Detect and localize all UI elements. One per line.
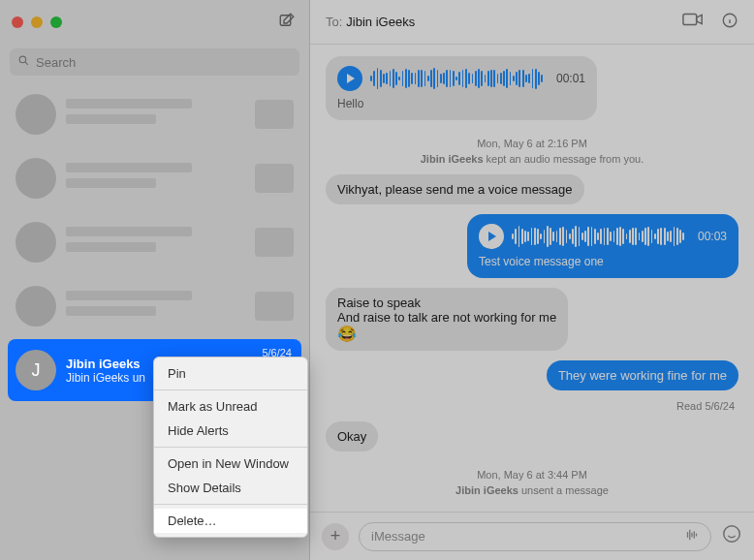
audio-message-incoming[interactable]: 00:01 Hello <box>326 56 597 120</box>
emoji-laugh: 😂 <box>337 326 357 342</box>
compose-icon[interactable] <box>278 12 296 33</box>
emoji-picker-icon[interactable] <box>721 523 742 549</box>
menu-item-delete[interactable]: Delete… <box>154 509 307 533</box>
status-line: Jibin iGeeks kept an audio message from … <box>326 153 738 165</box>
svg-rect-2 <box>683 15 697 25</box>
menu-item-mark-unread[interactable]: Mark as Unread <box>154 394 307 419</box>
message-composer: + iMessage <box>310 512 754 560</box>
play-icon[interactable] <box>479 224 504 249</box>
waveform <box>512 226 684 247</box>
audio-label: Hello <box>337 97 585 110</box>
message-thread[interactable]: 00:01 Hello Mon, May 6 at 2:16 PM Jibin … <box>310 45 754 512</box>
context-menu: Pin Mark as Unread Hide Alerts Open in N… <box>153 357 308 538</box>
to-label: To: <box>326 15 342 29</box>
info-icon[interactable] <box>721 12 738 32</box>
waveform <box>370 68 543 89</box>
list-item[interactable] <box>8 147 301 209</box>
play-icon[interactable] <box>337 66 362 91</box>
svg-point-1 <box>19 56 26 62</box>
svg-point-4 <box>724 526 740 543</box>
recipient-name: Jibin iGeeks <box>346 15 415 29</box>
message-input[interactable]: iMessage <box>359 522 711 551</box>
list-item[interactable] <box>8 275 301 337</box>
message-outgoing[interactable]: They were working fine for me <box>547 360 738 390</box>
voice-record-icon[interactable] <box>683 528 701 544</box>
conversation-header: To: Jibin iGeeks <box>310 0 754 45</box>
window-close-button[interactable] <box>12 16 23 28</box>
audio-duration: 00:03 <box>698 230 727 243</box>
audio-label: Test voice message one <box>479 255 727 268</box>
read-receipt: Read 5/6/24 <box>326 400 735 412</box>
input-placeholder: iMessage <box>371 529 425 544</box>
status-line: Jibin iGeeks unsent a message <box>326 484 738 496</box>
message-incoming[interactable]: Okay <box>326 421 378 451</box>
menu-item-show-details[interactable]: Show Details <box>154 476 307 500</box>
audio-message-outgoing[interactable]: 00:03 Test voice message one <box>467 214 738 278</box>
message-incoming[interactable]: Vikhyat, please send me a voice message <box>326 174 584 204</box>
menu-item-hide-alerts[interactable]: Hide Alerts <box>154 419 307 443</box>
facetime-icon[interactable] <box>682 12 704 32</box>
menu-item-pin[interactable]: Pin <box>154 361 307 386</box>
search-placeholder: Search <box>36 55 76 70</box>
message-incoming[interactable]: Raise to speak And raise to talk are not… <box>326 288 568 351</box>
window-zoom-button[interactable] <box>50 16 62 28</box>
search-icon <box>17 54 30 70</box>
conversation-main: To: Jibin iGeeks 00:01 He <box>310 0 754 560</box>
audio-duration: 00:01 <box>556 72 585 85</box>
list-item[interactable] <box>8 83 301 145</box>
menu-item-open-new-window[interactable]: Open in New Window <box>154 451 307 476</box>
window-titlebar <box>0 0 309 45</box>
list-item[interactable] <box>8 211 301 273</box>
search-input[interactable]: Search <box>10 48 299 76</box>
timestamp: Mon, May 6 at 2:16 PM <box>326 138 738 149</box>
timestamp: Mon, May 6 at 3:44 PM <box>326 469 738 481</box>
window-minimize-button[interactable] <box>31 16 43 28</box>
avatar: J <box>16 350 56 390</box>
apps-button[interactable]: + <box>322 523 349 550</box>
